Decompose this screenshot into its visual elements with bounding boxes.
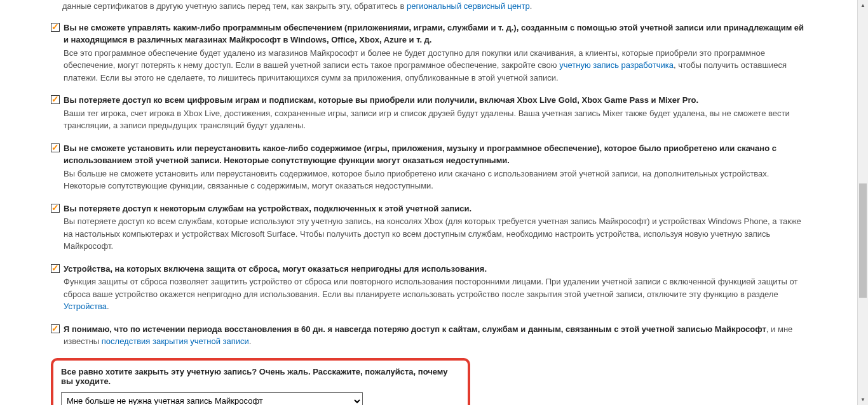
checkbox[interactable] xyxy=(51,264,60,273)
reason-box: Все равно хотите закрыть эту учетную зап… xyxy=(51,358,470,406)
scroll-thumb[interactable] xyxy=(859,183,867,298)
reason-select[interactable]: Мне больше не нужна учетная запись Майкр… xyxy=(61,392,363,406)
scrollbar[interactable]: ▲ ▼ xyxy=(857,0,868,405)
item-title-text: Я понимаю, что по истечении периода восс… xyxy=(64,324,766,334)
item-title-text: Вы потеряете доступ ко всем цифровым игр… xyxy=(64,95,698,105)
scroll-up-button[interactable]: ▲ xyxy=(858,0,868,11)
item-title-link-after: . xyxy=(249,336,252,346)
item-desc-after: . xyxy=(107,302,109,311)
item-desc-before: Вы больше не сможете установить или пере… xyxy=(64,169,769,191)
item-title-text: Вы не сможете установить или переустанов… xyxy=(64,143,776,166)
intro-text: данные сертификатов в другую учетную зап… xyxy=(62,0,806,13)
item-title: Вы не сможете управлять каким-либо прогр… xyxy=(64,22,806,46)
item-title: Вы потеряете доступ ко всем цифровым игр… xyxy=(64,94,806,107)
checkbox[interactable] xyxy=(51,23,60,32)
checklist-item: Я понимаю, что по истечении периода восс… xyxy=(51,323,806,348)
checklist-item: Устройства, на которых включена защита о… xyxy=(51,263,806,313)
item-body: Вы не сможете установить или переустанов… xyxy=(64,142,806,192)
intro-after: . xyxy=(530,1,532,11)
item-desc-before: Вы потеряете доступ ко всем службам, кот… xyxy=(64,216,801,251)
item-title: Вы потеряете доступ к некоторым службам … xyxy=(64,202,806,215)
item-desc: Вы больше не сможете установить или пере… xyxy=(64,168,806,192)
item-desc-before: Ваши тег игрока, счет игрока в Xbox Live… xyxy=(64,109,790,131)
item-title-text: Вы не сможете управлять каким-либо прогр… xyxy=(64,23,804,45)
scroll-track[interactable] xyxy=(858,11,868,394)
item-body: Вы потеряете доступ ко всем цифровым игр… xyxy=(64,94,806,132)
checklist-item: Вы потеряете доступ к некоторым службам … xyxy=(51,202,806,253)
scroll-down-button[interactable]: ▼ xyxy=(858,394,868,405)
item-body: Устройства, на которых включена защита о… xyxy=(64,263,806,313)
checkbox[interactable] xyxy=(51,324,60,333)
item-title-text: Вы потеряете доступ к некоторым службам … xyxy=(64,204,471,213)
item-desc: Ваши тег игрока, счет игрока в Xbox Live… xyxy=(64,107,806,132)
item-desc: Вы потеряете доступ ко всем службам, кот… xyxy=(64,215,806,253)
consequences-link[interactable]: последствия закрытия учетной записи xyxy=(102,336,249,346)
checkbox[interactable] xyxy=(51,95,60,104)
item-desc-before: Функция защиты от сброса позволяет защит… xyxy=(64,277,797,299)
item-body: Вы не сможете управлять каким-либо прогр… xyxy=(64,22,806,84)
item-title: Вы не сможете установить или переустанов… xyxy=(64,142,806,167)
item-desc-link[interactable]: Устройства xyxy=(64,302,107,311)
checkbox[interactable] xyxy=(51,143,60,152)
regional-center-link[interactable]: региональный сервисный центр xyxy=(407,1,530,11)
checkbox[interactable] xyxy=(51,204,60,213)
reason-label: Все равно хотите закрыть эту учетную зап… xyxy=(61,367,460,386)
item-desc: Все это программное обеспечение будет уд… xyxy=(64,47,806,84)
checklist-item: Вы не сможете управлять каким-либо прогр… xyxy=(51,22,806,84)
item-title: Устройства, на которых включена защита о… xyxy=(64,263,806,276)
intro-before: данные сертификатов в другую учетную зап… xyxy=(62,1,407,11)
item-title: Я понимаю, что по истечении периода восс… xyxy=(64,323,806,348)
item-body: Я понимаю, что по истечении периода восс… xyxy=(64,323,806,348)
item-desc: Функция защиты от сброса позволяет защит… xyxy=(64,276,806,313)
checklist-item: Вы не сможете установить или переустанов… xyxy=(51,142,806,192)
item-desc-link[interactable]: учетную запись разработчика xyxy=(559,60,674,70)
item-body: Вы потеряете доступ к некоторым службам … xyxy=(64,202,806,253)
checklist-item: Вы потеряете доступ ко всем цифровым игр… xyxy=(51,94,806,132)
item-title-text: Устройства, на которых включена защита о… xyxy=(64,264,487,274)
